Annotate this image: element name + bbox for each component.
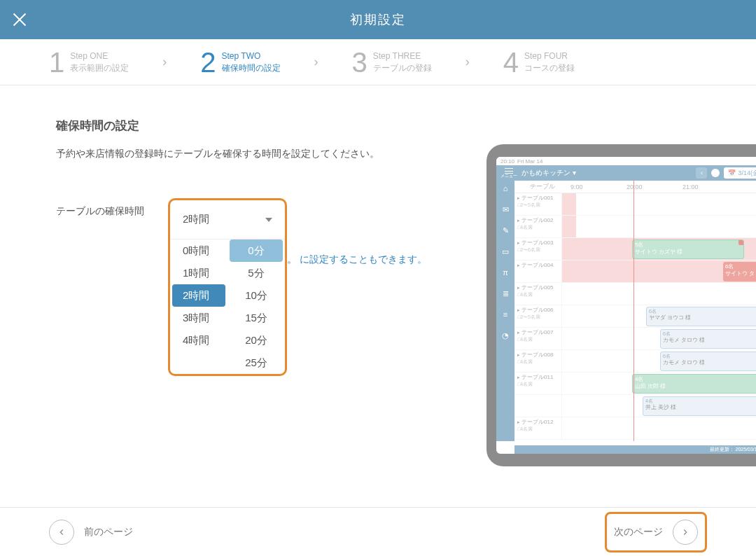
date-display: 📅 3/14(金)	[724, 167, 756, 179]
course-setting-link[interactable]: に設定することもできます。	[300, 253, 427, 265]
modal-header: 初期設定	[0, 0, 756, 39]
home-icon: ⌂	[500, 183, 510, 193]
wizard-footer: 前のページ 次のページ	[0, 507, 756, 556]
edit-icon: ✎	[500, 225, 510, 235]
step-indicator: 1 Step ONE表示範囲の設定 › 2 Step TWO確保時間の設定 › …	[0, 39, 756, 85]
hold-time-value: 2時間	[183, 213, 209, 226]
list-icon: ≡	[500, 310, 510, 319]
hour-option[interactable]: 1時間	[170, 262, 227, 284]
minute-option[interactable]: 15分	[227, 307, 285, 329]
prev-day-icon: ‹	[696, 167, 707, 179]
prev-page-button[interactable]: 前のページ	[49, 520, 133, 545]
hour-option-selected[interactable]: 2時間	[172, 284, 225, 307]
layers-icon: ≣	[500, 289, 510, 298]
menu-icon: メニュー	[500, 168, 517, 178]
clock-icon: ◔	[500, 331, 510, 340]
hour-option[interactable]: 0時間	[170, 239, 227, 262]
modal-title: 初期設定	[350, 11, 406, 28]
hold-time-select[interactable]: 2時間	[170, 200, 285, 239]
minute-option[interactable]: 5分	[227, 262, 285, 284]
chevron-right-icon	[673, 520, 698, 545]
minute-option[interactable]: 10分	[227, 284, 285, 307]
page-heading: 確保時間の設定	[56, 118, 700, 134]
minute-option-selected[interactable]: 0分	[230, 239, 283, 262]
minutes-column: 0分 5分 10分 15分 20分 25分	[227, 239, 285, 374]
hours-column: 0時間 1時間 2時間 3時間 4時間	[170, 239, 227, 374]
chevron-right-icon: ›	[314, 55, 318, 69]
hour-option[interactable]: 4時間	[170, 329, 227, 352]
minute-option[interactable]: 20分	[227, 329, 285, 352]
step-3: 3 Step THREEテーブルの登録	[352, 48, 432, 76]
device-appbar: メニュー かもめキッチン ▾ ‹ 📅 3/14(金) ›	[496, 165, 756, 181]
step-1: 1 Step ONE表示範囲の設定	[49, 48, 129, 76]
chevron-right-icon: ›	[465, 55, 470, 69]
hold-time-highlight: 2時間 0時間 1時間 2時間 3時間 4時間 0分 5分 10分 15分 2	[168, 198, 287, 376]
step-4: 4 Step FOURコースの登録	[503, 48, 575, 76]
today-icon	[711, 169, 720, 177]
device-sidebar: ⌂ ✉ ✎ ▭ π ≣ ≡ ◔	[496, 181, 514, 441]
chevron-right-icon: ›	[162, 55, 167, 69]
mail-icon: ✉	[500, 204, 510, 214]
device-footerbar: 最終更新： 2025/03/14 17:00⟳	[514, 445, 756, 454]
field-label-hold-time: テーブルの確保時間	[56, 198, 168, 218]
next-page-button[interactable]: 次のページ	[605, 512, 707, 552]
step-2: 2 Step TWO確保時間の設定	[200, 48, 280, 76]
caret-down-icon	[265, 218, 272, 222]
course-setting-note: 。 に設定することもできます。	[287, 253, 427, 266]
close-icon[interactable]	[10, 10, 29, 29]
preview-device: 20:10Fri Mar 14 メニュー かもめキッチン ▾ ‹ 📅 3/14(…	[486, 144, 756, 473]
hold-time-dropdown: 0時間 1時間 2時間 3時間 4時間 0分 5分 10分 15分 20分 25…	[170, 239, 285, 374]
store-selector: かもめキッチン ▾	[522, 168, 576, 178]
hour-option[interactable]: 3時間	[170, 307, 227, 329]
gate-icon: π	[500, 267, 510, 277]
device-grid: テーブル 9:0020:0021:00 ▸テーブル001□2〜5名席 ▸テーブル…	[514, 181, 756, 441]
minute-option[interactable]: 25分	[227, 352, 285, 374]
device-statusbar: 20:10Fri Mar 14	[496, 157, 756, 165]
chevron-left-icon	[49, 520, 74, 545]
tablet-icon: ▭	[500, 246, 510, 256]
